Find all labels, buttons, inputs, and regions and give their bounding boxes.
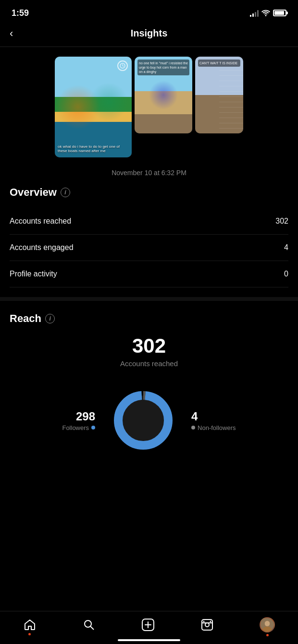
post-date: November 10 at 6:32 PM — [0, 162, 298, 186]
svg-point-12 — [210, 621, 211, 622]
svg-line-5 — [90, 627, 94, 630]
stat-value-reached: 302 — [275, 217, 288, 226]
nav-reels[interactable] — [200, 618, 214, 632]
home-indicator — [118, 639, 180, 641]
reach-total-label: Accounts reached — [10, 359, 288, 368]
avatar — [260, 617, 275, 632]
stat-label-reached: Accounts reached — [10, 217, 71, 226]
donut-svg — [110, 387, 177, 454]
donut-chart — [110, 387, 177, 454]
nav-add[interactable] — [141, 618, 155, 632]
overview-title: Overview i — [10, 186, 288, 199]
non-followers-label: Non-followers — [198, 424, 236, 431]
media-section: ok what do i have to do to get one of th… — [0, 47, 298, 162]
stat-value-profile: 0 — [284, 270, 288, 278]
reach-title: Reach i — [10, 312, 288, 325]
reach-total-number: 302 — [10, 334, 288, 358]
followers-label: Followers — [62, 424, 89, 431]
stat-label-engaged: Accounts engaged — [10, 243, 74, 252]
back-button[interactable]: ‹ — [10, 27, 13, 40]
page-title: Insights — [131, 28, 168, 39]
media-row: ok what do i have to do to get one of th… — [45, 57, 253, 157]
nav-home[interactable] — [23, 618, 37, 632]
stat-label-profile: Profile activity — [10, 270, 57, 278]
status-bar: 1:59 — [0, 0, 298, 24]
followers-dot — [91, 426, 95, 429]
donut-chart-container: 298 Followers 4 — [10, 382, 288, 468]
followers-number: 298 — [62, 410, 95, 423]
status-time: 1:59 — [12, 8, 29, 18]
media-thumb-tertiary[interactable]: CAN'T WAIT T IS INSIDE — [195, 57, 243, 133]
stat-row-reached: Accounts reached 302 — [10, 208, 288, 235]
stat-value-engaged: 4 — [284, 243, 288, 252]
followers-label-row: Followers — [62, 424, 95, 431]
media-thumb-main[interactable]: ok what do i have to do to get one of th… — [55, 57, 132, 157]
status-icons — [250, 9, 286, 17]
media-thumb-secondary[interactable]: no one fell in "mud" i resisted the urge… — [135, 57, 192, 133]
wifi-icon — [261, 10, 270, 16]
signal-icon — [250, 9, 259, 17]
thumb-secondary-caption: no one fell in "mud" i resisted the urge… — [137, 60, 189, 75]
svg-point-10 — [205, 623, 209, 627]
reach-section: Reach i 302 Accounts reached 298 Followe… — [0, 301, 298, 478]
followers-legend: 298 Followers — [62, 410, 95, 431]
stat-row-profile: Profile activity 0 — [10, 261, 288, 287]
thumb-main-caption: ok what do i have to do to get one of th… — [58, 144, 129, 154]
non-followers-number: 4 — [191, 410, 236, 423]
overview-info-icon[interactable]: i — [61, 188, 70, 197]
stat-row-engaged: Accounts engaged 4 — [10, 235, 288, 261]
svg-point-11 — [203, 621, 205, 622]
non-followers-label-row: Non-followers — [191, 424, 236, 431]
nav-profile[interactable] — [260, 617, 275, 632]
thumb-tertiary-caption: CAN'T WAIT T IS INSIDE — [198, 60, 240, 67]
section-divider — [0, 297, 298, 301]
add-icon — [141, 618, 155, 632]
nav-search[interactable] — [82, 618, 96, 632]
header: ‹ Insights — [0, 24, 298, 47]
svg-point-15 — [265, 621, 270, 626]
non-followers-dot — [191, 426, 195, 429]
svg-point-4 — [85, 620, 91, 627]
battery-icon — [273, 10, 286, 16]
overview-section: Overview i Accounts reached 302 Accounts… — [0, 186, 298, 297]
home-icon — [23, 618, 37, 632]
reels-icon — [200, 618, 214, 632]
non-followers-legend: 4 Non-followers — [191, 410, 236, 431]
reach-info-icon[interactable]: i — [45, 314, 55, 323]
timer-icon — [117, 60, 128, 71]
profile-dot — [266, 634, 269, 636]
search-icon — [82, 618, 96, 632]
home-dot — [28, 633, 31, 635]
